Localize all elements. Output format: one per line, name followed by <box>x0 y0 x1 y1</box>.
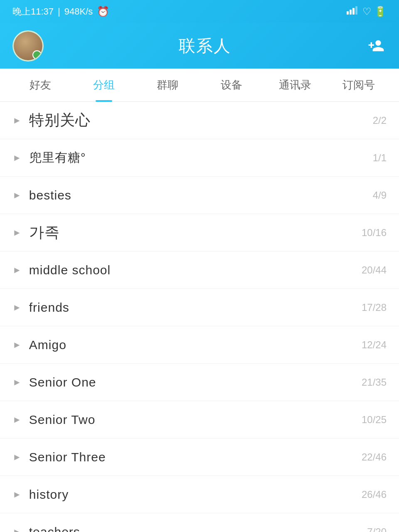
group-item-senior-three[interactable]: ► Senior Three 22/46 <box>0 438 399 476</box>
group-name: middle school <box>29 263 111 277</box>
group-count: 20/44 <box>362 264 387 276</box>
group-left: ► Amigo <box>12 338 362 352</box>
status-time: 晚上11:37 <box>12 5 54 18</box>
tab-devices[interactable]: 设备 <box>200 69 263 102</box>
group-left: ► besties <box>12 188 373 202</box>
group-item-family[interactable]: ► 가족 10/16 <box>0 214 399 251</box>
group-name: 特别关心 <box>29 110 91 131</box>
group-item-senior-two[interactable]: ► Senior Two 10/25 <box>0 401 399 438</box>
group-left: ► 가족 <box>12 222 362 243</box>
status-bar: 晚上11:37 | 948K/s ⏰ ♡ 🔋 <box>0 0 399 23</box>
status-sep: | <box>58 6 60 17</box>
svg-rect-0 <box>347 11 349 15</box>
svg-rect-1 <box>350 10 352 15</box>
group-count: 10/25 <box>362 414 387 426</box>
group-item-middle-school[interactable]: ► middle school 20/44 <box>0 251 399 289</box>
group-name: Senior One <box>29 375 96 389</box>
status-network: 948K/s <box>64 6 93 17</box>
group-name: Amigo <box>29 338 66 352</box>
chevron-icon: ► <box>12 266 22 275</box>
group-count: 21/35 <box>362 377 387 388</box>
group-item-amigo[interactable]: ► Amigo 12/24 <box>0 326 399 364</box>
group-name: besties <box>29 188 71 202</box>
group-left: ► teachers <box>12 525 367 532</box>
group-count: 7/20 <box>367 526 387 532</box>
chevron-icon: ► <box>12 116 22 125</box>
group-item-besties[interactable]: ► besties 4/9 <box>0 177 399 214</box>
tab-contacts[interactable]: 通讯录 <box>263 69 327 102</box>
group-name: friends <box>29 300 69 315</box>
group-name: 가족 <box>29 222 60 243</box>
chevron-icon: ► <box>12 453 22 462</box>
tab-friends[interactable]: 好友 <box>8 69 72 102</box>
chevron-icon: ► <box>12 490 22 499</box>
group-item-friends[interactable]: ► friends 17/28 <box>0 289 399 326</box>
svg-rect-2 <box>352 8 355 15</box>
group-left: ► Senior Three <box>12 450 362 464</box>
chevron-icon: ► <box>12 153 22 163</box>
group-count: 10/16 <box>362 227 387 239</box>
group-left: ► middle school <box>12 263 362 277</box>
heartrate-icon: ♡ <box>362 6 371 17</box>
signal-icon <box>347 6 359 17</box>
group-count: 12/24 <box>362 339 387 351</box>
tab-groups[interactable]: 分组 <box>72 69 135 102</box>
group-item-special-care[interactable]: ► 特别关心 2/2 <box>0 102 399 139</box>
group-item-candy-pocket[interactable]: ► 兜里有糖° 1/1 <box>0 139 399 177</box>
group-left: ► friends <box>12 300 362 315</box>
status-left: 晚上11:37 | 948K/s ⏰ <box>12 5 109 18</box>
group-left: ► history <box>12 488 362 502</box>
status-right: ♡ 🔋 <box>347 6 387 17</box>
chevron-icon: ► <box>12 527 22 532</box>
chevron-icon: ► <box>12 191 22 200</box>
chevron-icon: ► <box>12 340 22 350</box>
svg-rect-3 <box>355 6 357 15</box>
tab-subscriptions[interactable]: 订阅号 <box>327 69 391 102</box>
group-item-senior-one[interactable]: ► Senior One 21/35 <box>0 364 399 401</box>
chevron-icon: ► <box>12 415 22 424</box>
add-contact-button[interactable] <box>366 35 387 56</box>
tab-bar: 好友 分组 群聊 设备 通讯录 订阅号 <box>0 69 399 102</box>
chevron-icon: ► <box>12 228 22 237</box>
group-left: ► Senior One <box>12 375 362 389</box>
group-count: 4/9 <box>373 190 387 201</box>
group-count: 2/2 <box>373 115 387 126</box>
header: 联系人 <box>0 23 399 69</box>
group-name: Senior Two <box>29 413 96 427</box>
group-item-history[interactable]: ► history 26/46 <box>0 476 399 513</box>
group-left: ► 兜里有糖° <box>12 149 373 166</box>
tab-groupchat[interactable]: 群聊 <box>136 69 200 102</box>
group-name: Senior Three <box>29 450 106 464</box>
group-count: 26/46 <box>362 489 387 500</box>
group-name: history <box>29 488 69 502</box>
alarm-icon: ⏰ <box>97 6 109 17</box>
group-count: 17/28 <box>362 302 387 313</box>
group-name: 兜里有糖° <box>29 149 86 166</box>
page-title: 联系人 <box>179 34 231 57</box>
group-name: teachers <box>29 525 80 532</box>
group-left: ► Senior Two <box>12 413 362 427</box>
group-item-teachers[interactable]: ► teachers 7/20 <box>0 513 399 532</box>
chevron-icon: ► <box>12 378 22 387</box>
avatar[interactable] <box>12 30 44 62</box>
chevron-icon: ► <box>12 303 22 312</box>
group-left: ► 特别关心 <box>12 110 373 131</box>
group-list: ► 特别关心 2/2 ► 兜里有糖° 1/1 ► besties 4/9 ► 가… <box>0 102 399 532</box>
group-count: 22/46 <box>362 451 387 463</box>
group-count: 1/1 <box>373 152 387 164</box>
battery-icon: 🔋 <box>374 6 387 17</box>
